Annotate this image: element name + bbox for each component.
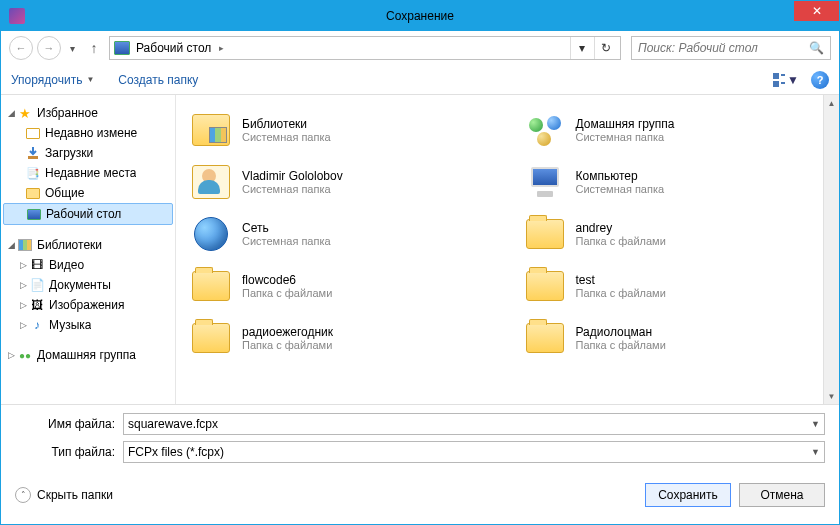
sidebar-homegroup[interactable]: ▷ ●● Домашняя группа [3, 345, 173, 365]
folder-icon [524, 268, 566, 304]
new-folder-button[interactable]: Создать папку [118, 73, 198, 87]
desktop-icon [26, 207, 42, 221]
organize-label: Упорядочить [11, 73, 82, 87]
file-andrey[interactable]: andreyПапка с файлами [518, 209, 832, 259]
app-icon [9, 8, 25, 24]
svg-rect-2 [773, 81, 779, 87]
homegroup-icon: ●● [17, 348, 33, 362]
file-libraries[interactable]: БиблиотекиСистемная папка [184, 105, 498, 155]
folder-icon [524, 216, 566, 252]
hide-folders-button[interactable]: ˄ Скрыть папки [15, 487, 113, 503]
close-icon: ✕ [812, 4, 822, 18]
sidebar-libraries[interactable]: ◢ Библиотеки [3, 235, 173, 255]
filename-input[interactable] [128, 417, 807, 431]
view-icon [773, 73, 785, 87]
sidebar-downloads[interactable]: Загрузки [3, 143, 173, 163]
computer-icon [524, 164, 566, 200]
file-radio-year[interactable]: радиоежегодникПапка с файлами [184, 313, 498, 363]
filename-label: Имя файла: [15, 417, 123, 431]
file-network[interactable]: СетьСистемная папка [184, 209, 498, 259]
cancel-button[interactable]: Отмена [739, 483, 825, 507]
expand-icon[interactable]: ▷ [17, 260, 29, 270]
filename-field[interactable]: ▼ [123, 413, 825, 435]
libraries-icon [190, 112, 232, 148]
svg-rect-1 [781, 74, 785, 76]
sidebar-video[interactable]: ▷ 🎞 Видео [3, 255, 173, 275]
button-row: ˄ Скрыть папки Сохранить Отмена [1, 475, 839, 517]
chevron-down-icon: ▼ [86, 75, 94, 84]
sidebar: ◢ ★ Избранное Недавно измене Загрузки 📑 … [1, 95, 176, 404]
search-box[interactable]: 🔍 [631, 36, 831, 60]
arrow-up-icon: ↑ [91, 40, 98, 56]
expand-icon[interactable]: ▷ [5, 350, 17, 360]
homegroup-icon [524, 112, 566, 148]
toolbar: Упорядочить ▼ Создать папку ▼ ? [1, 65, 839, 95]
user-icon [190, 164, 232, 200]
nav-row: ← → ▾ ↑ Рабочий стол ▸ ▾ ↻ 🔍 [1, 31, 839, 65]
scroll-down-icon[interactable]: ▼ [824, 388, 839, 404]
network-icon [190, 216, 232, 252]
music-icon: ♪ [29, 318, 45, 332]
forward-button[interactable]: → [37, 36, 61, 60]
file-computer[interactable]: КомпьютерСистемная папка [518, 157, 832, 207]
history-dropdown[interactable]: ▾ [65, 43, 79, 54]
sidebar-documents[interactable]: ▷ 📄 Документы [3, 275, 173, 295]
scroll-up-icon[interactable]: ▲ [824, 95, 839, 111]
address-bar[interactable]: Рабочий стол ▸ ▾ ↻ [109, 36, 621, 60]
sidebar-desktop[interactable]: Рабочий стол [3, 203, 173, 225]
chevron-down-icon[interactable]: ▼ [807, 419, 820, 429]
sidebar-favorites[interactable]: ◢ ★ Избранное [3, 103, 173, 123]
collapse-icon[interactable]: ◢ [5, 108, 17, 118]
folder-icon [524, 320, 566, 356]
collapse-icon[interactable]: ◢ [5, 240, 17, 250]
chevron-down-icon: ▾ [579, 41, 585, 55]
organize-button[interactable]: Упорядочить ▼ [11, 73, 94, 87]
folder-icon [25, 186, 41, 200]
download-icon [25, 146, 41, 160]
main-pane: ◢ ★ Избранное Недавно измене Загрузки 📑 … [1, 95, 839, 404]
filetype-value: FCPx files (*.fcpx) [128, 445, 807, 459]
video-icon: 🎞 [29, 258, 45, 272]
document-icon: 📄 [29, 278, 45, 292]
chevron-right-icon[interactable]: ▸ [217, 43, 226, 53]
file-test[interactable]: testПапка с файлами [518, 261, 832, 311]
up-button[interactable]: ↑ [83, 37, 105, 59]
folder-icon [190, 320, 232, 356]
search-input[interactable] [638, 41, 809, 55]
file-flowcode[interactable]: flowcode6Папка с файлами [184, 261, 498, 311]
refresh-icon: ↻ [601, 41, 611, 55]
chevron-up-icon: ˄ [15, 487, 31, 503]
file-user[interactable]: Vladimir GololobovСистемная папка [184, 157, 498, 207]
search-icon[interactable]: 🔍 [809, 41, 824, 55]
sidebar-recent[interactable]: Недавно измене [3, 123, 173, 143]
window-title: Сохранение [386, 9, 454, 23]
expand-icon[interactable]: ▷ [17, 300, 29, 310]
address-dropdown[interactable]: ▾ [570, 37, 592, 59]
file-radiolocman[interactable]: РадиолоцманПапка с файлами [518, 313, 832, 363]
scrollbar[interactable]: ▲ ▼ [823, 95, 839, 404]
sidebar-public[interactable]: Общие [3, 183, 173, 203]
filetype-field[interactable]: FCPx files (*.fcpx) ▼ [123, 441, 825, 463]
chevron-down-icon[interactable]: ▼ [807, 447, 820, 457]
save-button[interactable]: Сохранить [645, 483, 731, 507]
help-button[interactable]: ? [811, 71, 829, 89]
form-pane: Имя файла: ▼ Тип файла: FCPx files (*.fc… [1, 404, 839, 475]
folder-icon [190, 268, 232, 304]
expand-icon[interactable]: ▷ [17, 320, 29, 330]
libraries-icon [17, 238, 33, 252]
sidebar-recent-places[interactable]: 📑 Недавние места [3, 163, 173, 183]
sidebar-music[interactable]: ▷ ♪ Музыка [3, 315, 173, 335]
refresh-button[interactable]: ↻ [594, 37, 616, 59]
arrow-left-icon: ← [16, 42, 27, 54]
file-homegroup[interactable]: Домашняя группаСистемная папка [518, 105, 832, 155]
breadcrumb[interactable]: Рабочий стол [134, 41, 213, 55]
chevron-down-icon: ▼ [787, 73, 799, 87]
close-button[interactable]: ✕ [794, 1, 839, 21]
expand-icon[interactable]: ▷ [17, 280, 29, 290]
desktop-icon [114, 41, 130, 55]
svg-rect-3 [781, 82, 785, 84]
view-button[interactable]: ▼ [773, 70, 799, 90]
svg-rect-4 [28, 156, 38, 159]
sidebar-pictures[interactable]: ▷ 🖼 Изображения [3, 295, 173, 315]
back-button[interactable]: ← [9, 36, 33, 60]
